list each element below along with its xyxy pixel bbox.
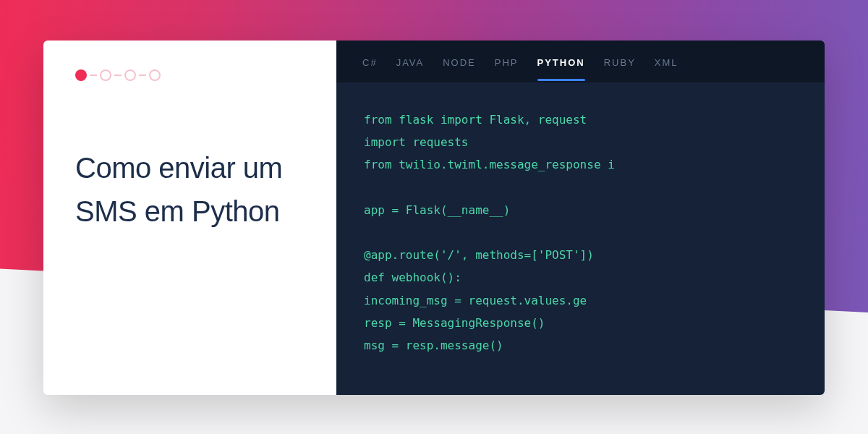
tab-java[interactable]: JAVA [396, 57, 425, 80]
content-card: Como enviar umSMS em Python C# JAVA NODE… [43, 41, 825, 395]
step-dot [124, 69, 136, 81]
step-dot [100, 69, 111, 81]
code-body: from flask import Flask, request import … [336, 82, 825, 383]
step-connector [139, 75, 146, 76]
step-dot [149, 69, 161, 81]
step-connector [114, 75, 122, 76]
tab-xml[interactable]: XML [655, 57, 678, 80]
tab-csharp[interactable]: C# [362, 57, 378, 80]
step-dot-active [75, 69, 87, 81]
code-line: app = Flask(__name__) [364, 203, 510, 217]
code-line: incoming_msg = request.values.ge [364, 294, 587, 307]
code-line: from twilio.twiml.message_response i [364, 158, 615, 171]
step-indicator [75, 69, 305, 81]
tab-node[interactable]: NODE [443, 57, 476, 80]
code-line: def webhook(): [364, 271, 461, 284]
page-title: Como enviar umSMS em Python [75, 146, 305, 233]
code-line: from flask import Flask, request [364, 113, 587, 127]
code-line: msg = resp.message() [364, 339, 503, 352]
language-tabs: C# JAVA NODE PHP PYTHON RUBY XML [336, 41, 825, 82]
code-line: resp = MessagingResponse() [364, 316, 545, 330]
code-line: @app.route('/', methods=['POST']) [364, 248, 594, 262]
tab-python[interactable]: PYTHON [537, 57, 585, 80]
left-panel: Como enviar umSMS em Python [43, 41, 336, 395]
tab-ruby[interactable]: RUBY [604, 57, 636, 80]
step-connector [90, 75, 97, 76]
code-panel: C# JAVA NODE PHP PYTHON RUBY XML from fl… [336, 41, 825, 395]
tab-php[interactable]: PHP [495, 57, 519, 80]
code-line: import requests [364, 135, 469, 149]
